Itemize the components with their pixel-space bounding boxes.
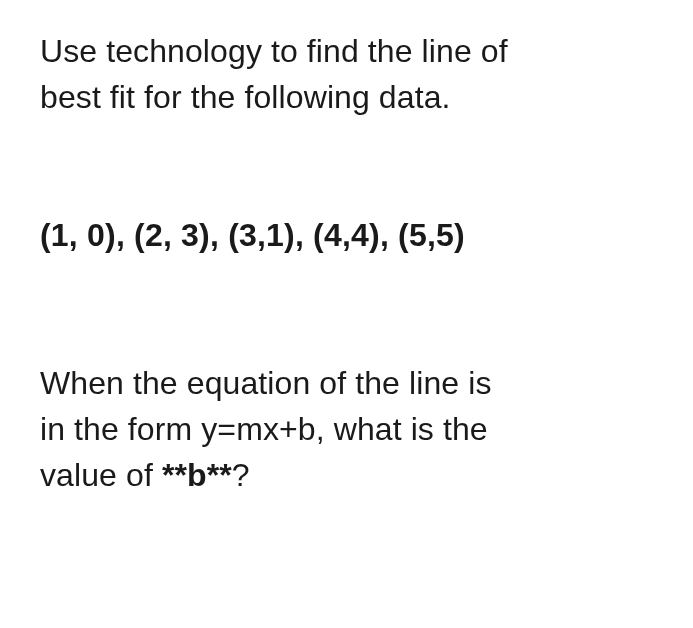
question-bold-b: **b** [162,457,232,493]
intro-paragraph: Use technology to find the line of best … [40,28,661,121]
question-line-2: in the form y=mx+b, what is the [40,411,488,447]
spacer-2 [40,258,661,360]
intro-line-2: best fit for the following data. [40,79,451,115]
question-paragraph: When the equation of the line is in the … [40,360,661,499]
intro-line-1: Use technology to find the line of [40,33,508,69]
question-line-3-part2: ? [232,457,250,493]
question-line-3-part1: value of [40,457,162,493]
question-line-1: When the equation of the line is [40,365,492,401]
data-points: (1, 0), (2, 3), (3,1), (4,4), (5,5) [40,213,661,258]
spacer-1 [40,121,661,213]
